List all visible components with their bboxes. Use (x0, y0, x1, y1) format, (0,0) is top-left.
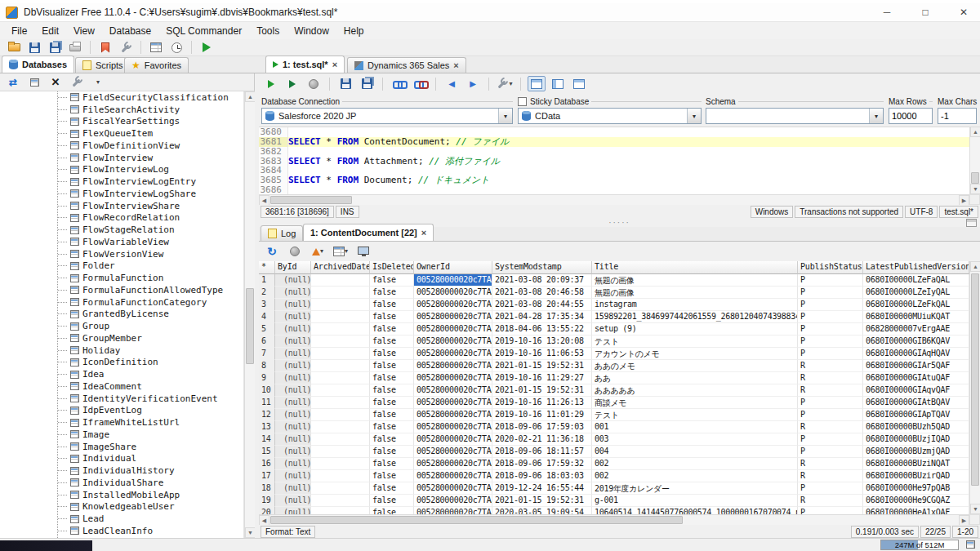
cell-modstamp[interactable]: 2018-09-06 18:03:03 (492, 470, 592, 482)
cell-modstamp[interactable]: 2021-03-08 20:44:55 (492, 299, 592, 311)
table-row[interactable]: 9(null)false005280000020c7TAAS2019-10-16… (259, 372, 969, 384)
cell-deleted[interactable]: false (370, 482, 414, 495)
sql-editor-line[interactable]: 3683SELECT * FROM Attachment; // 添付ファイル (259, 157, 969, 167)
cell-byid[interactable]: (null) (275, 372, 311, 384)
cell-deleted[interactable]: false (370, 446, 414, 458)
clear-filter-button[interactable]: ✕ (47, 74, 65, 90)
cell-num[interactable]: 16 (259, 458, 275, 470)
tree-item-table[interactable]: IndividualShare (0, 477, 243, 489)
cell-num[interactable]: 2 (259, 287, 275, 299)
cell-deleted[interactable]: false (370, 360, 414, 372)
cell-version[interactable]: 0680I00000GIApTQAV (863, 409, 969, 421)
sql-editor-line[interactable]: 3681SELECT * FROM ContentDocument; // ファ… (259, 137, 969, 147)
cell-archived[interactable] (311, 311, 370, 323)
cell-title[interactable]: 2019年度カレンダー (592, 482, 798, 495)
cell-modstamp[interactable]: 2021-01-15 19:52:31 (492, 495, 592, 507)
cell-title[interactable]: 無題の画像 (592, 287, 798, 299)
sql-editor-line[interactable]: 3685SELECT * FROM Document; // ドキュメント (259, 176, 969, 185)
cell-num[interactable]: 20 (259, 507, 275, 514)
tree-item-table[interactable]: FormulaFunctionCategory (0, 296, 243, 309)
cell-owner[interactable]: 005280000020c7TAAS (414, 495, 492, 507)
menu-item[interactable]: Help (336, 23, 372, 39)
tree-item-table[interactable]: IframeWhiteListUrl (0, 416, 243, 429)
cell-byid[interactable]: (null) (275, 482, 311, 495)
tree-item-table[interactable]: GrantedByLicense (0, 309, 243, 321)
tree-item-table[interactable]: GroupMember (0, 332, 243, 344)
tree-item-table[interactable]: LeadCleanInfo (0, 525, 243, 537)
editor-vertical-scrollbar[interactable]: ▲ ▼ (969, 127, 980, 194)
cell-modstamp[interactable]: 2019-10-16 11:26:13 (492, 397, 592, 409)
reload-grid-button[interactable]: ↻ (263, 244, 281, 260)
save-as-button[interactable] (358, 76, 376, 91)
cell-deleted[interactable]: false (370, 433, 414, 446)
table-row[interactable]: 16(null)false005280000020c7TAAS2018-09-0… (259, 458, 969, 470)
table-row[interactable]: 10(null)false005280000020c7TAAS2021-01-1… (259, 384, 969, 397)
cell-byid[interactable]: (null) (275, 360, 311, 372)
sidebar-tab-favorites[interactable]: ★ Favorites (124, 57, 189, 73)
menu-item[interactable]: Tools (249, 23, 287, 39)
cell-num[interactable]: 10 (259, 384, 275, 397)
maximize-results-icon[interactable] (966, 219, 977, 227)
table-row[interactable]: 8(null)false005280000020c7TAAS2021-01-15… (259, 360, 969, 372)
cell-deleted[interactable]: false (370, 299, 414, 311)
cell-title[interactable]: 002 (592, 470, 798, 482)
cell-version[interactable]: 0680I00000GIAtBQAV (863, 397, 969, 409)
max-chars-input[interactable] (938, 108, 977, 124)
column-header-PublishStatus[interactable]: PublishStatus (798, 261, 863, 274)
results-status-cell[interactable]: 0.191/0.003 sec (851, 526, 919, 538)
cell-owner[interactable]: 005280000020c7TAAS (414, 446, 492, 458)
cell-owner[interactable]: 005280000020c7TAAS (414, 287, 492, 299)
cell-title[interactable]: 003 (592, 433, 798, 446)
cell-status[interactable]: P (798, 409, 863, 421)
tree-item-table[interactable]: KnowledgeableUser (0, 501, 243, 513)
column-header-IsDeleted[interactable]: IsDeleted (370, 261, 414, 274)
cell-archived[interactable] (311, 372, 370, 384)
cell-archived[interactable] (311, 299, 370, 311)
cell-num[interactable]: 6 (259, 335, 275, 348)
cell-version[interactable]: 0680I00000BUzmjQAD (863, 446, 969, 458)
grid-view-button[interactable]: ▾ (332, 244, 350, 260)
cell-version[interactable]: 0680I00000BUzh5QAD (863, 421, 969, 433)
layout-horizontal-button[interactable] (528, 76, 546, 91)
cell-archived[interactable] (311, 421, 370, 433)
recent-files-button[interactable] (167, 40, 185, 56)
cell-owner[interactable]: 005280000020c7TAAS (414, 311, 492, 323)
cell-status[interactable]: P (798, 433, 863, 446)
cell-archived[interactable] (311, 409, 370, 421)
cell-title[interactable]: アカウントのメモ (592, 348, 798, 360)
cell-byid[interactable]: (null) (275, 287, 311, 299)
cell-num[interactable]: 18 (259, 482, 275, 495)
menu-item[interactable]: SQL Commander (158, 23, 249, 39)
cell-owner[interactable]: 005280000020c7TAAS (414, 384, 492, 397)
scrollbar-thumb[interactable] (971, 273, 979, 486)
execute-current-button[interactable] (283, 76, 301, 91)
cell-byid[interactable]: (null) (275, 409, 311, 421)
cell-archived[interactable] (311, 348, 370, 360)
layout-editor-only-button[interactable] (570, 76, 588, 91)
column-header-ById[interactable]: ById (275, 261, 311, 274)
cell-byid[interactable]: (null) (275, 507, 311, 514)
cell-modstamp[interactable]: 2020-02-21 11:36:18 (492, 433, 592, 446)
cell-deleted[interactable]: false (370, 507, 414, 514)
cell-status[interactable]: R (798, 421, 863, 433)
tree-item-table[interactable]: FlowRecordRelation (0, 212, 243, 224)
scrollbar-thumb[interactable] (971, 172, 979, 183)
execute-button[interactable] (198, 40, 216, 56)
cell-byid[interactable]: (null) (275, 458, 311, 470)
tree-item-table[interactable]: FlowInterviewShare (0, 200, 243, 212)
cell-archived[interactable] (311, 274, 370, 287)
cell-num[interactable]: 12 (259, 409, 275, 421)
tree-scrollbar[interactable]: ▲ ▼ (244, 91, 255, 538)
results-status-cell[interactable]: 22/25 (920, 526, 951, 538)
scrollbar-thumb[interactable] (246, 288, 254, 364)
monitor-button[interactable] (354, 244, 372, 260)
editor-horizontal-scrollbar[interactable]: ◀ ▶ (259, 194, 969, 205)
editor-status-cell[interactable]: 3681:16 [318696] (261, 206, 334, 218)
table-row[interactable]: 20(null)false005280000020c7TAAS2020-03-0… (259, 507, 969, 514)
stop-grid-button[interactable] (286, 244, 304, 260)
cell-version[interactable]: 0680I00000LZeIyQAL (863, 287, 969, 299)
cell-num[interactable]: 5 (259, 323, 275, 335)
cell-deleted[interactable]: false (370, 458, 414, 470)
cell-title[interactable]: 無題の画像 (592, 274, 798, 287)
cell-status[interactable]: R (798, 372, 863, 384)
